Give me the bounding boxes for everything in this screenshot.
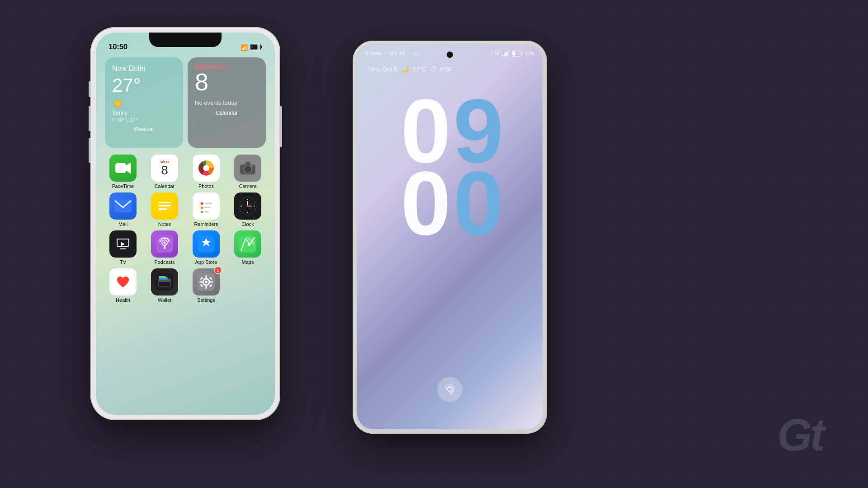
- app-wallet[interactable]: Wallet: [146, 268, 183, 303]
- android-signal: LTE: [491, 51, 500, 56]
- wallet-label: Wallet: [158, 297, 171, 303]
- app-calendar[interactable]: WED 8 Calendar: [146, 155, 183, 189]
- app-photos[interactable]: Photos: [188, 155, 224, 189]
- app-tv[interactable]: ▶ TV: [105, 230, 141, 265]
- app-notes[interactable]: Notes: [146, 192, 183, 227]
- iphone-notch: [149, 33, 222, 47]
- clock-hours-group: 0 9: [371, 90, 529, 172]
- app-appstore[interactable]: App Store: [188, 230, 224, 265]
- android-big-clock: 0 9 0 0: [357, 90, 542, 244]
- appstore-label: App Store: [195, 259, 217, 265]
- silent-switch: [89, 81, 90, 97]
- wifi-icon: 📶: [241, 44, 248, 51]
- android-screen: Vi India — JIO 4G — Jio LTE 33%: [357, 45, 542, 429]
- svg-rect-8: [245, 162, 250, 165]
- notes-label: Notes: [158, 221, 171, 227]
- podcasts-icon: [151, 230, 178, 258]
- app-clock[interactable]: Clock: [230, 192, 266, 227]
- app-camera[interactable]: Camera: [230, 155, 266, 189]
- svg-rect-57: [210, 282, 213, 283]
- svg-rect-64: [505, 52, 507, 56]
- app-row-1: FaceTime WED 8 Calendar: [105, 155, 266, 189]
- calendar-event: No events today: [195, 99, 259, 106]
- svg-point-39: [164, 242, 166, 244]
- app-row-3: ▶ TV: [105, 230, 266, 265]
- facetime-label: FaceTime: [112, 183, 134, 189]
- calendar-day-number: 8: [195, 70, 259, 94]
- notes-icon: [151, 192, 178, 220]
- fingerprint-button[interactable]: [437, 377, 462, 402]
- calendar-label: Calendar: [195, 110, 259, 116]
- app-maps[interactable]: Maps: [230, 230, 266, 265]
- weather-icon: ☀️: [112, 98, 176, 109]
- svg-rect-19: [204, 202, 212, 204]
- weather-hilo: H:30° L:17°: [112, 117, 176, 122]
- weather-moon-icon: 🌙: [401, 66, 409, 73]
- mail-label: Mail: [118, 221, 127, 227]
- wallet-icon: [151, 268, 178, 296]
- android-lock-info: Thu, Oct 5 🌙 27°C ⏱ 6:50: [368, 66, 532, 73]
- settings-label: Settings: [197, 297, 215, 303]
- svg-rect-16: [159, 208, 167, 210]
- health-label: Health: [116, 297, 130, 303]
- clock-minutes-group: 0 0: [371, 163, 529, 244]
- svg-point-6: [203, 165, 209, 171]
- settings-icon: 1: [193, 268, 220, 296]
- svg-rect-50: [159, 276, 166, 278]
- svg-point-53: [205, 281, 208, 283]
- android-temp: 27°C: [412, 66, 426, 73]
- svg-point-20: [201, 206, 203, 209]
- weather-temp: 27°: [112, 75, 176, 96]
- svg-rect-55: [206, 286, 207, 289]
- photos-label: Photos: [198, 183, 214, 189]
- android-battery-pct: 33%: [524, 51, 534, 56]
- signal-bars-icon: [502, 50, 510, 56]
- svg-rect-21: [204, 207, 210, 208]
- svg-point-10: [245, 167, 250, 172]
- clock-min-1: 0: [453, 163, 499, 244]
- svg-rect-2: [251, 45, 258, 50]
- app-reminders[interactable]: Reminders: [188, 192, 224, 227]
- calendar-widget[interactable]: WEDNESDAY 8 No events today Calendar: [188, 57, 266, 148]
- android-status-right: LTE 33%: [491, 50, 534, 56]
- svg-rect-65: [507, 51, 509, 56]
- mail-icon: [109, 192, 137, 220]
- clock-icon: [234, 192, 261, 220]
- app-podcasts[interactable]: Podcasts: [146, 230, 183, 265]
- app-facetime[interactable]: FaceTime: [105, 155, 141, 189]
- app-health[interactable]: Health: [105, 268, 141, 303]
- podcasts-label: Podcasts: [154, 259, 175, 265]
- svg-rect-3: [115, 163, 126, 173]
- iphone-body: 10:50 📶 New Delhi: [90, 27, 280, 420]
- power-button: [280, 106, 282, 147]
- settings-badge: 1: [214, 267, 222, 274]
- svg-rect-1: [261, 46, 262, 48]
- volume-down-button: [89, 138, 90, 163]
- android-date: Thu, Oct 5: [368, 66, 397, 73]
- svg-rect-14: [159, 202, 170, 203]
- battery-icon-android: [512, 51, 523, 56]
- svg-point-11: [251, 165, 253, 167]
- android-carrier: Vi India — JIO 4G — Jio: [365, 51, 420, 56]
- svg-rect-67: [521, 52, 522, 54]
- svg-marker-4: [126, 163, 131, 174]
- svg-rect-23: [204, 211, 209, 212]
- iphone-app-grid: FaceTime WED 8 Calendar: [105, 155, 266, 306]
- android-body: Vi India — JIO 4G — Jio LTE 33%: [353, 41, 547, 434]
- health-icon: [109, 268, 137, 296]
- clock-small-icon: ⏱: [430, 66, 437, 73]
- app-mail[interactable]: Mail: [105, 192, 141, 227]
- appstore-icon: [193, 230, 220, 258]
- clock-min-0: 0: [401, 163, 446, 244]
- svg-text:▶: ▶: [121, 241, 125, 246]
- svg-point-18: [201, 202, 203, 205]
- svg-point-32: [247, 205, 249, 207]
- svg-rect-56: [199, 282, 203, 283]
- weather-widget[interactable]: New Delhi 27° ☀️ Sunny H:30° L:17° Weath…: [105, 57, 183, 148]
- svg-point-22: [201, 211, 203, 213]
- svg-rect-36: [120, 248, 126, 249]
- app-settings[interactable]: 1 Settings: [188, 268, 224, 303]
- reminders-label: Reminders: [194, 221, 218, 227]
- android-date-row: Thu, Oct 5 🌙 27°C ⏱ 6:50: [368, 66, 532, 73]
- iphone-time: 10:50: [108, 42, 127, 52]
